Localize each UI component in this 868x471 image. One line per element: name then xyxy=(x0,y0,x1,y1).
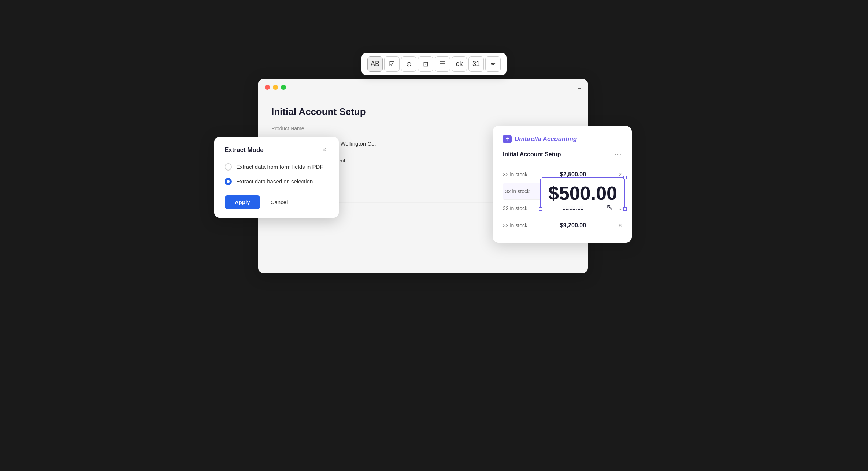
option-selection[interactable]: Extract data based on selection xyxy=(225,178,329,185)
text-field-icon: AB xyxy=(371,60,379,68)
col-product-name: Product Name xyxy=(271,126,469,131)
data-amount-4: $9,200.00 xyxy=(560,222,586,229)
page-title: Initial Account Setup xyxy=(271,106,575,117)
data-stock-3: 32 in stock xyxy=(503,205,527,211)
cursor-icon: ↖ xyxy=(606,202,613,212)
data-row-4: 32 in stock $9,200.00 8 xyxy=(503,217,622,234)
maximize-button[interactable] xyxy=(281,85,286,90)
toolbar-btn-calendar[interactable]: 31 xyxy=(468,56,484,72)
brand-icon: ☂ xyxy=(503,135,512,143)
toolbar-btn-signature[interactable]: ✒ xyxy=(485,56,501,72)
dialog-title: Extract Mode xyxy=(225,146,264,154)
apply-button[interactable]: Apply xyxy=(225,195,260,209)
option-form-fields-label: Extract data from form fields in PDF xyxy=(236,164,323,170)
ok-icon: ok xyxy=(456,60,463,68)
toolbar-btn-dropdown[interactable]: ⊡ xyxy=(418,56,433,72)
radio-selection[interactable] xyxy=(225,178,232,185)
dialog-actions: Apply Cancel xyxy=(225,195,329,209)
panel-header: Initial Account Setup ⋯ xyxy=(503,150,622,159)
option-selection-label: Extract data based on selection xyxy=(236,178,313,184)
option-form-fields[interactable]: Extract data from form fields in PDF xyxy=(225,163,329,171)
dropdown-icon: ⊡ xyxy=(423,60,429,68)
radio-form-fields[interactable] xyxy=(225,163,232,171)
list-icon: ☰ xyxy=(439,60,445,68)
corner-tl xyxy=(539,176,542,179)
panel-menu-icon[interactable]: ⋯ xyxy=(614,150,622,159)
traffic-lights xyxy=(265,85,286,90)
brand-name: Umbrella Accounting xyxy=(515,135,577,143)
signature-icon: ✒ xyxy=(490,60,496,68)
toolbar: AB ☑ ⊙ ⊡ ☰ ok 31 ✒ xyxy=(361,53,507,75)
calendar-icon: 31 xyxy=(472,60,480,68)
minimize-button[interactable] xyxy=(273,85,278,90)
titlebar: ≡ xyxy=(258,79,588,96)
toolbar-btn-text-field[interactable]: AB xyxy=(367,56,383,72)
data-count-1: 2 xyxy=(619,172,622,177)
toolbar-btn-list[interactable]: ☰ xyxy=(435,56,450,72)
dialog-header: Extract Mode × xyxy=(225,146,329,154)
data-stock-2: 32 in stock xyxy=(505,188,530,194)
selected-value: $500.00 xyxy=(548,183,617,204)
cancel-button[interactable]: Cancel xyxy=(265,195,294,209)
toolbar-btn-checkbox[interactable]: ☑ xyxy=(384,56,400,72)
toolbar-btn-radio[interactable]: ⊙ xyxy=(401,56,416,72)
extract-dialog: Extract Mode × Extract data from form fi… xyxy=(214,137,339,218)
panel-title: Initial Account Setup xyxy=(503,151,561,158)
menu-icon[interactable]: ≡ xyxy=(577,83,581,91)
selection-frame: $500.00 ↖ xyxy=(540,177,625,209)
selected-value-container: $500.00 ↖ xyxy=(540,177,625,209)
checkbox-icon: ☑ xyxy=(389,60,395,68)
close-button[interactable] xyxy=(265,85,270,90)
corner-br xyxy=(623,207,627,211)
data-stock-1: 32 in stock xyxy=(503,172,527,177)
data-count-4: 8 xyxy=(619,223,622,228)
corner-tr xyxy=(623,176,627,179)
close-dialog-button[interactable]: × xyxy=(320,146,329,154)
toolbar-btn-ok[interactable]: ok xyxy=(452,56,467,72)
radio-icon: ⊙ xyxy=(406,60,412,68)
data-stock-4: 32 in stock xyxy=(503,223,527,228)
corner-bl xyxy=(539,207,542,211)
